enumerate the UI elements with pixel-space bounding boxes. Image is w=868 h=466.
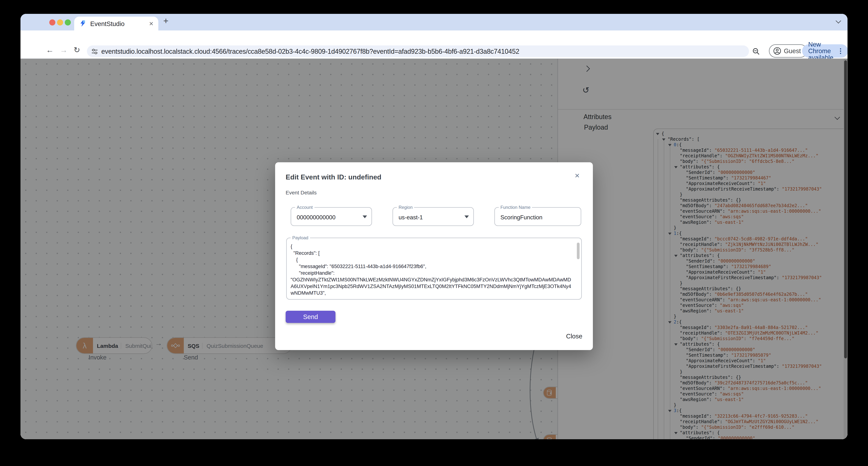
payload-text[interactable]: { "Records": [ { "messageId": "65032221-…: [291, 243, 574, 296]
chrome-update-pill[interactable]: New Chrome available ⋮: [802, 44, 847, 58]
url-text: eventstudio.localhost.localstack.cloud:4…: [101, 48, 519, 55]
account-field-value: 000000000000: [297, 214, 336, 221]
region-field-label: Region: [397, 205, 414, 210]
function-name-field-label: Function Name: [499, 205, 532, 210]
function-name-input[interactable]: Function Name ScoringFunction: [494, 207, 581, 226]
region-field-value: us-east-1: [399, 214, 423, 221]
dropdown-arrow-icon: [464, 215, 469, 218]
reload-icon[interactable]: ↻: [74, 46, 80, 54]
profile-label: Guest: [784, 48, 801, 54]
browser-menu-kebab-icon[interactable]: ⋮: [837, 47, 844, 55]
screen: EventStudio × + ← → ↻ eventstudio.localh…: [0, 0, 868, 466]
eventstudio-favicon-icon: [79, 20, 86, 27]
page-content: λ Lambda SubmitQuizFunction Invoke →: [21, 59, 847, 439]
region-select[interactable]: Region us-east-1: [393, 207, 474, 226]
payload-textarea[interactable]: Payload { "Records": [ { "messageId": "6…: [286, 238, 582, 300]
payload-field-label: Payload: [291, 235, 310, 240]
edit-event-modal: Edit Event with ID: undefined × Event De…: [275, 162, 593, 350]
tab-strip: EventStudio × +: [21, 14, 847, 30]
browser-toolbar: ← → ↻ eventstudio.localhost.localstack.c…: [21, 30, 847, 59]
browser-window: EventStudio × + ← → ↻ eventstudio.localh…: [21, 14, 847, 439]
site-info-tune-icon[interactable]: [91, 48, 98, 55]
account-select[interactable]: Account 000000000000: [291, 207, 372, 226]
tab-close-icon[interactable]: ×: [149, 20, 153, 27]
event-details-label: Event Details: [286, 190, 317, 196]
dropdown-arrow-icon: [363, 215, 367, 218]
payload-scrollbar-thumb[interactable]: [577, 242, 580, 259]
macos-close-button[interactable]: [49, 19, 55, 26]
modal-title: Edit Event with ID: undefined: [286, 173, 381, 181]
tab-title: EventStudio: [90, 20, 149, 27]
forward-icon[interactable]: →: [60, 46, 67, 54]
new-tab-button[interactable]: +: [163, 16, 168, 26]
macos-minimize-button[interactable]: [57, 19, 63, 26]
send-button[interactable]: Send: [286, 311, 336, 323]
zoom-magnifier-icon[interactable]: [752, 48, 760, 55]
account-field-label: Account: [295, 205, 314, 210]
modal-close-icon[interactable]: ×: [575, 171, 580, 179]
tab-eventstudio[interactable]: EventStudio ×: [74, 17, 158, 30]
function-name-field-value: ScoringFunction: [500, 214, 542, 221]
close-button[interactable]: Close: [566, 333, 582, 340]
back-icon[interactable]: ←: [46, 46, 54, 54]
update-pill-label: New Chrome available: [808, 41, 833, 61]
url-bar[interactable]: eventstudio.localhost.localstack.cloud:4…: [87, 46, 749, 57]
tab-strip-chevron-down-icon[interactable]: [836, 18, 841, 24]
person-icon: [773, 47, 781, 55]
macos-zoom-button[interactable]: [65, 19, 71, 26]
profile-chip[interactable]: Guest: [769, 44, 807, 58]
